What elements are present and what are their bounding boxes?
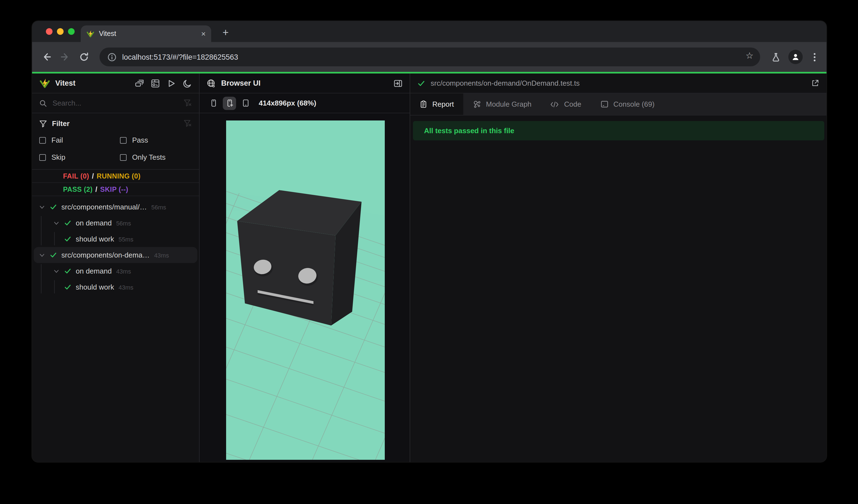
site-info-icon[interactable] bbox=[107, 52, 117, 62]
tab-module-graph[interactable]: Module Graph bbox=[463, 93, 541, 115]
experiments-flask-icon[interactable] bbox=[771, 52, 781, 62]
tab-report[interactable]: Report bbox=[410, 93, 463, 115]
screenshot-stage: Vitest × + localhost:5173/#/?file=182862… bbox=[0, 0, 858, 504]
toolbar-right-icons bbox=[771, 50, 819, 64]
device-phone-small-button[interactable] bbox=[207, 96, 220, 110]
reload-icon[interactable] bbox=[76, 49, 92, 65]
forward-icon[interactable] bbox=[58, 49, 73, 65]
tab-title: Vitest bbox=[99, 30, 197, 37]
indent-guide bbox=[41, 264, 42, 293]
tree-row-suite[interactable]: on demand 56ms bbox=[32, 215, 199, 231]
test-viewport-iframe[interactable] bbox=[226, 120, 385, 460]
open-external-icon[interactable] bbox=[811, 79, 819, 87]
test-label: should work bbox=[76, 283, 114, 291]
filter-checkbox-skip[interactable]: Skip bbox=[39, 153, 120, 161]
filter-label: Skip bbox=[51, 153, 65, 161]
dashboard-icon[interactable] bbox=[151, 79, 160, 87]
zoom-window-button[interactable] bbox=[68, 28, 75, 35]
tree-row-file-manual[interactable]: src/components/manual/… 56ms bbox=[32, 199, 199, 215]
tree-row-file-on-demand[interactable]: src/components/on-dema… 43ms bbox=[34, 247, 197, 263]
test-file-path: src/components/on-demand/OnDemand.test.t… bbox=[431, 79, 811, 87]
test-duration: 56ms bbox=[116, 220, 131, 226]
tab-code[interactable]: Code bbox=[541, 93, 591, 115]
browser-window: Vitest × + localhost:5173/#/?file=182862… bbox=[32, 21, 826, 462]
stats-slash: / bbox=[92, 172, 94, 180]
filter-checkbox-pass[interactable]: Pass bbox=[120, 136, 192, 144]
search-input[interactable]: Search... bbox=[52, 99, 184, 107]
file-pass-check-icon bbox=[417, 79, 425, 87]
viewport-size-label: 414x896px (68%) bbox=[259, 99, 316, 107]
filter-header: Filter bbox=[39, 119, 192, 128]
clear-filter-icon[interactable] bbox=[184, 119, 192, 128]
device-buttons bbox=[207, 96, 252, 110]
bookmark-star-icon[interactable]: ☆ bbox=[746, 50, 753, 61]
chevron-down-icon[interactable] bbox=[53, 220, 60, 226]
tree-row-test[interactable]: should work 43ms bbox=[32, 279, 199, 295]
vitest-favicon-icon bbox=[86, 30, 95, 38]
browser-toolbar: localhost:5173/#/?file=1828625563 ☆ bbox=[32, 42, 826, 72]
globe-icon bbox=[207, 79, 216, 87]
pass-check-icon bbox=[64, 283, 71, 291]
report-tabbar: Report Module Graph Code Console (69) bbox=[410, 93, 826, 115]
pass-check-icon bbox=[64, 220, 71, 227]
funnel-icon bbox=[39, 120, 47, 127]
running-count: RUNNING (0) bbox=[97, 172, 141, 180]
browser-ui-panel: Browser UI bbox=[200, 74, 410, 462]
sidebar: Vitest bbox=[32, 74, 199, 462]
search-row[interactable]: Search... bbox=[32, 93, 199, 113]
menu-kebab-icon[interactable] bbox=[810, 52, 819, 62]
tab-label: Report bbox=[432, 100, 454, 108]
filter-section: Filter Fail Pass bbox=[32, 113, 199, 170]
sidebar-actions bbox=[135, 79, 192, 87]
close-window-button[interactable] bbox=[46, 28, 52, 35]
chevron-down-icon[interactable] bbox=[53, 268, 60, 274]
app-title: Vitest bbox=[55, 79, 135, 87]
report-panel: src/components/on-demand/OnDemand.test.t… bbox=[410, 74, 826, 462]
module-graph-icon bbox=[473, 100, 481, 108]
checkbox-icon[interactable] bbox=[39, 137, 46, 143]
device-phone-plus-button[interactable] bbox=[223, 96, 236, 110]
dock-panel-right-icon[interactable] bbox=[394, 79, 402, 87]
filter-label: Fail bbox=[51, 136, 63, 144]
filter-checkbox-only-tests[interactable]: Only Tests bbox=[120, 153, 192, 161]
url-bar[interactable]: localhost:5173/#/?file=1828625563 ☆ bbox=[99, 48, 760, 66]
chevron-down-icon[interactable] bbox=[39, 204, 45, 210]
new-tab-button[interactable]: + bbox=[218, 25, 233, 40]
back-icon[interactable] bbox=[39, 49, 54, 65]
dark-mode-moon-icon[interactable] bbox=[183, 79, 192, 87]
tree-row-test[interactable]: should work 55ms bbox=[32, 231, 199, 247]
filter-options: Fail Pass Skip Only Tests bbox=[39, 136, 192, 161]
console-icon bbox=[600, 100, 608, 108]
pass-check-icon bbox=[50, 251, 57, 259]
tab-console[interactable]: Console (69) bbox=[591, 93, 664, 115]
filter-checkbox-fail[interactable]: Fail bbox=[39, 136, 120, 144]
checkbox-icon[interactable] bbox=[120, 137, 127, 143]
checkbox-icon[interactable] bbox=[39, 154, 46, 161]
robot-cube bbox=[237, 190, 362, 325]
test-duration: 43ms bbox=[118, 284, 133, 290]
browser-tab[interactable]: Vitest × bbox=[81, 26, 211, 42]
profile-avatar[interactable] bbox=[788, 50, 803, 64]
browser-ui-title: Browser UI bbox=[221, 79, 394, 87]
test-label: should work bbox=[76, 235, 114, 243]
clear-search-filter-icon[interactable] bbox=[184, 99, 192, 107]
all-tests-passed-banner: All tests passed in this file bbox=[413, 121, 824, 140]
test-duration: 56ms bbox=[151, 204, 166, 210]
tab-close-icon[interactable]: × bbox=[201, 30, 206, 37]
filter-label: Pass bbox=[132, 136, 148, 144]
stats-row-fail-running: FAIL (0) / RUNNING (0) bbox=[32, 170, 199, 183]
tree-row-suite[interactable]: on demand 43ms bbox=[32, 263, 199, 279]
vitest-app: Vitest bbox=[32, 74, 826, 462]
device-toolbar: 414x896px (68%) bbox=[200, 93, 410, 113]
chevron-down-icon[interactable] bbox=[39, 252, 45, 258]
tab-label: Console (69) bbox=[614, 100, 654, 108]
traffic-lights bbox=[46, 28, 75, 35]
device-tablet-button[interactable] bbox=[239, 96, 252, 110]
indent-guide bbox=[54, 232, 55, 245]
run-all-play-icon[interactable] bbox=[167, 79, 176, 87]
ungroup-windows-icon[interactable] bbox=[135, 79, 144, 87]
minimize-window-button[interactable] bbox=[57, 28, 64, 35]
checkbox-icon[interactable] bbox=[120, 154, 127, 161]
pass-check-icon bbox=[64, 235, 71, 243]
report-icon bbox=[419, 100, 427, 108]
